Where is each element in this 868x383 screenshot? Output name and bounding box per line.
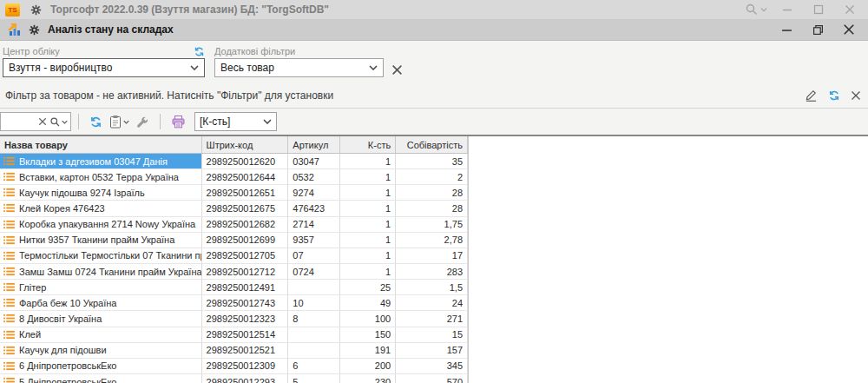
cell-article: 476423 — [288, 201, 340, 216]
measure-column-select[interactable]: [К-сть] — [194, 112, 277, 131]
main-minimize-button[interactable] — [774, 1, 800, 18]
table-row[interactable]: Замш Замш 0724 Тканини прайм Україна 298… — [0, 264, 468, 280]
table-row[interactable]: Каучук підошва 9274 Ізраїль 298925001265… — [0, 185, 468, 201]
cell-cost: 17 — [396, 248, 468, 264]
clear-filter-icon[interactable] — [391, 64, 403, 76]
item-list-icon — [3, 377, 15, 383]
child-restore-button[interactable] — [805, 21, 831, 38]
cell-article: 8 — [288, 311, 340, 327]
main-close-button[interactable] — [837, 1, 863, 18]
cell-product-name: Глітер — [19, 282, 46, 293]
column-header-name[interactable]: Назва товару — [0, 136, 202, 153]
search-input[interactable] — [0, 112, 71, 131]
cell-product-name: Коробка упакування 2714 Nowy Україна — [19, 219, 195, 229]
titlebar-search-button[interactable] — [743, 1, 769, 18]
torgsoft-app: TS Торгсофт 2022.0.39 (Взуття магазин) Б… — [0, 0, 868, 383]
cell-cost: 157 — [396, 343, 468, 359]
item-list-icon — [3, 330, 15, 340]
cell-cost: 15 — [396, 327, 468, 343]
cell-cost: 283 — [396, 264, 468, 280]
main-window-title: Торгсофт 2022.0.39 (Взуття магазин) БД: … — [50, 3, 329, 16]
item-list-icon — [3, 251, 15, 261]
cell-quantity: 200 — [340, 359, 396, 374]
stock-table: Назва товару Штрих-код Артикул К-сть Соб… — [0, 136, 469, 383]
table-row[interactable]: 6 ДніпропетровськЕко 2989250012309 6 200… — [0, 359, 468, 374]
table-row[interactable]: Термостільки Термостільки 07 Тканини пра… — [0, 248, 468, 264]
cell-cost: 2,78 — [396, 233, 468, 248]
cell-barcode: 2989250012514 — [202, 327, 289, 343]
filter-status-text: Фільтр за товаром - не активний. Натисні… — [5, 89, 333, 102]
column-header-article[interactable]: Артикул — [288, 136, 340, 153]
cell-quantity: 1 — [340, 264, 396, 280]
cell-cost: 2 — [396, 169, 468, 185]
filter-panel: Центр обліку Взуття - виробництво Додатк… — [0, 41, 868, 83]
refresh-icon[interactable] — [828, 89, 840, 102]
refresh-grid-icon[interactable] — [86, 111, 106, 132]
item-list-icon — [3, 267, 15, 276]
edit-filter-icon[interactable] — [805, 89, 818, 102]
cell-cost: 1,75 — [396, 217, 468, 233]
table-header-row: Назва товару Штрих-код Артикул К-сть Соб… — [0, 136, 468, 154]
cell-cost: 1,5 — [396, 280, 468, 295]
analysis-window-title: Аналіз стану на складах — [48, 23, 174, 36]
search-icon[interactable] — [49, 116, 68, 128]
main-maximize-button[interactable] — [806, 1, 832, 18]
table-row[interactable]: Клей 2989250012514 150 15 — [0, 327, 468, 343]
item-list-icon — [3, 298, 15, 307]
table-row[interactable]: Вставки, картон 0532 Терра Україна 29892… — [0, 169, 468, 185]
cell-article — [288, 343, 340, 359]
cell-cost: 28 — [396, 185, 468, 201]
settings-wrench-icon[interactable] — [133, 111, 153, 132]
child-minimize-button[interactable] — [773, 21, 799, 38]
cell-article: 5 — [288, 374, 340, 383]
clear-search-icon[interactable] — [38, 117, 47, 126]
gear-icon[interactable] — [30, 4, 42, 16]
cell-quantity: 191 — [340, 343, 396, 359]
gear-icon[interactable] — [29, 24, 40, 36]
table-row[interactable]: Фарба беж 10 Україна 2989250012743 10 49… — [0, 295, 468, 311]
cell-quantity: 1 — [340, 217, 396, 233]
table-row[interactable]: Каучук для підошви 2989250012521 191 157 — [0, 343, 468, 359]
cell-article: 0532 — [288, 169, 340, 185]
refresh-icon[interactable] — [194, 46, 205, 57]
child-close-button[interactable] — [836, 21, 862, 38]
cell-cost: 271 — [396, 311, 468, 327]
cell-barcode: 2989250012521 — [202, 343, 289, 359]
table-row[interactable]: 5 ДніпропетровськЕко 2989250012293 5 230… — [0, 374, 468, 383]
cell-article: 6 — [288, 359, 340, 374]
column-header-qty[interactable]: К-сть — [340, 136, 396, 153]
table-row[interactable]: 8 Дивосвіт Україна 2989250012323 8 100 2… — [0, 311, 468, 327]
column-header-barcode[interactable]: Штрих-код — [202, 136, 289, 153]
table-row[interactable]: Вкладки з адгезивом 03047 Данія 29892500… — [0, 154, 468, 169]
table-row[interactable]: Клей Корея 476423 2989250012675 476423 1… — [0, 201, 468, 216]
grid-toolbar: [К-сть] — [0, 109, 868, 135]
cell-article: 9357 — [288, 233, 340, 248]
item-list-icon — [3, 235, 15, 245]
cell-quantity: 1 — [340, 201, 396, 216]
warehouse-analysis-icon — [6, 23, 22, 36]
table-row[interactable]: Коробка упакування 2714 Nowy Україна 298… — [0, 217, 468, 233]
close-panel-icon[interactable] — [851, 90, 861, 101]
cell-barcode: 2989250012293 — [202, 374, 289, 383]
cell-quantity: 1 — [340, 248, 396, 264]
table-row[interactable]: Глітер 2989250012491 25 1,5 — [0, 280, 468, 295]
cell-barcode: 2989250012712 — [202, 264, 289, 280]
item-list-icon — [3, 220, 15, 229]
cell-quantity: 49 — [340, 295, 396, 311]
report-clipboard-icon[interactable] — [106, 111, 133, 132]
additional-filters-select[interactable]: Весь товар — [214, 58, 384, 77]
accounting-center-select[interactable]: Взуття - виробництво — [3, 58, 205, 77]
table-row[interactable]: Нитки 9357 Тканини прайм Україна 2989250… — [0, 233, 468, 248]
cell-barcode: 2989250012675 — [202, 201, 289, 216]
print-icon[interactable] — [168, 111, 189, 132]
cell-quantity: 25 — [340, 280, 396, 295]
cell-barcode: 2989250012309 — [202, 359, 289, 374]
cell-quantity: 1 — [340, 185, 396, 201]
accounting-center-value: Взуття - виробництво — [9, 62, 190, 74]
column-header-cost[interactable]: Собівартість — [396, 136, 468, 153]
cell-product-name: Фарба беж 10 Україна — [19, 298, 117, 308]
item-list-icon — [3, 172, 15, 182]
cell-product-name: Клей — [19, 329, 41, 340]
item-list-icon — [3, 314, 15, 323]
measure-column-value: [К-сть] — [200, 116, 263, 128]
